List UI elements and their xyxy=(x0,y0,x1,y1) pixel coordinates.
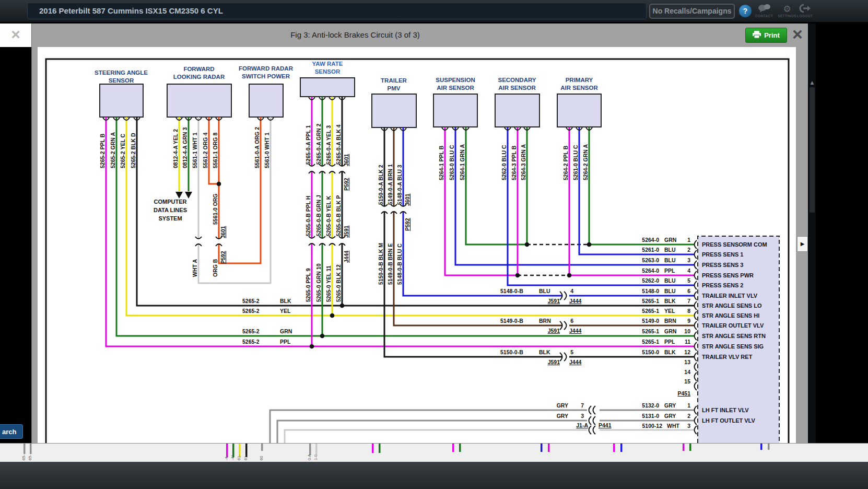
contact-label: CONTACT xyxy=(752,14,776,18)
print-button[interactable]: Print xyxy=(745,28,787,43)
top-bar: 2016 Peterbilt 587 Cummins ISX15 CM2350 … xyxy=(0,0,868,22)
underlay-close-button[interactable]: × xyxy=(0,24,31,47)
help-icon[interactable]: ? xyxy=(739,5,752,17)
figure-title: Fig 3: Anti-lock Brakes Circuit (3 of 3) xyxy=(225,30,486,39)
print-label: Print xyxy=(764,31,780,39)
underlay-diagram-strip xyxy=(0,443,868,462)
logout-icon xyxy=(793,4,817,14)
contact-button[interactable]: CONTACT xyxy=(752,4,776,18)
bottom-band xyxy=(0,462,868,489)
logout-label: LOGOUT xyxy=(793,14,817,18)
diagram-sheet xyxy=(38,47,796,443)
vertical-scrollbar-thumb[interactable] xyxy=(810,87,815,213)
logout-button[interactable]: LOGOUT xyxy=(793,4,817,18)
no-recalls-button[interactable]: No Recalls/Campaigns xyxy=(649,4,735,19)
search-button-partial[interactable]: arch xyxy=(0,424,23,439)
next-page-button[interactable]: ▶ xyxy=(797,236,808,252)
vertical-scrollbar[interactable]: ▲ xyxy=(808,24,816,443)
printer-icon xyxy=(753,31,761,40)
contact-bubbles-icon xyxy=(752,4,776,14)
vehicle-title: 2016 Peterbilt 587 Cummins ISX15 CM2350 … xyxy=(39,6,223,15)
scroll-up-arrow[interactable]: ▲ xyxy=(808,80,816,85)
modal-close-icon[interactable]: × xyxy=(788,26,807,43)
page: { "top_bar": { "title": "2016 Peterbilt … xyxy=(0,0,868,489)
